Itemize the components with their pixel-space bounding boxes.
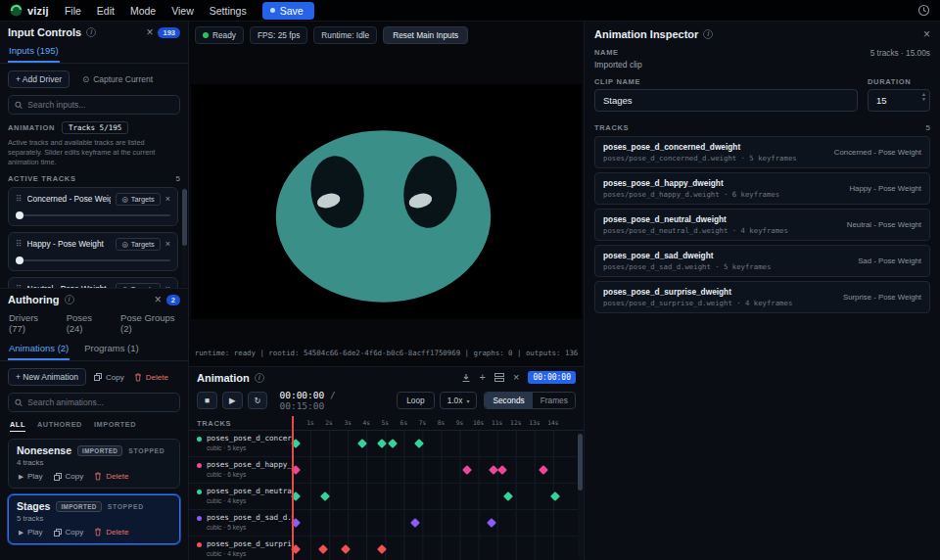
tab-animations[interactable]: Animations (2) (8, 339, 70, 360)
menu-settings[interactable]: Settings (210, 5, 247, 17)
play-button[interactable]: ▶Play (17, 471, 45, 482)
keyframe-diamond[interactable] (318, 544, 328, 554)
filter-authored[interactable]: AUTHORED (37, 420, 82, 432)
stop-button[interactable]: ■ (197, 392, 217, 409)
slider-track[interactable] (16, 259, 170, 261)
filter-all[interactable]: ALL (10, 420, 25, 432)
menu-view[interactable]: View (171, 5, 194, 17)
new-animation-button[interactable]: + New Animation (8, 368, 86, 386)
inputs-search[interactable] (8, 95, 180, 115)
pose-weight-slider[interactable] (16, 211, 170, 219)
keyframe-diamond[interactable] (462, 465, 472, 475)
layers-icon[interactable] (494, 373, 504, 382)
scrollbar[interactable] (578, 432, 583, 558)
track-lane[interactable] (292, 457, 572, 483)
save-button[interactable]: Save (262, 2, 314, 20)
inspector-track-row[interactable]: poses_pose_d_happy_dweight poses/pose_d_… (594, 172, 930, 205)
app-logo[interactable]: vizij (10, 4, 49, 17)
info-icon[interactable]: i (255, 373, 264, 383)
play-button[interactable]: ▶ (222, 392, 243, 409)
animations-search[interactable] (8, 393, 180, 412)
keyframe-diamond[interactable] (414, 439, 424, 448)
tab-programs[interactable]: Programs (1) (83, 339, 139, 360)
copy-animation-button[interactable]: Copy (92, 372, 126, 383)
loop-toggle-button[interactable]: ↻ (248, 392, 268, 409)
animations-search-input[interactable] (27, 397, 173, 407)
keyframe-diamond[interactable] (503, 491, 513, 501)
close-icon[interactable]: × (155, 295, 162, 304)
inputs-search-input[interactable] (27, 100, 173, 110)
keyframe-diamond[interactable] (539, 465, 548, 475)
scrollbar-thumb[interactable] (182, 189, 187, 247)
remove-track-icon[interactable]: × (165, 239, 170, 249)
filter-imported[interactable]: IMPORTED (94, 420, 136, 432)
export-icon[interactable] (461, 373, 471, 383)
tab-pose-groups[interactable]: Pose Groups (2) (119, 308, 180, 339)
scrollbar-thumb[interactable] (578, 434, 583, 490)
drag-handle-icon[interactable]: ⠿ (16, 239, 23, 249)
play-button[interactable]: ▶Play (17, 527, 45, 537)
pose-weight-slider[interactable] (16, 257, 170, 264)
close-icon[interactable]: × (513, 373, 519, 382)
info-icon[interactable]: i (65, 295, 74, 304)
remove-track-icon[interactable]: × (165, 194, 170, 204)
animation-item-nonesense[interactable]: Nonesense IMPORTED STOPPED 4 tracks ▶Pla… (8, 439, 180, 489)
inspector-track-row[interactable]: poses_pose_d_concerned_dweight poses/pos… (594, 136, 930, 168)
animation-item-stages[interactable]: Stages IMPORTED STOPPED 5 tracks ▶Play C… (8, 494, 180, 544)
keyframe-diamond[interactable] (341, 544, 351, 554)
track-lane[interactable] (292, 484, 572, 509)
unit-seconds-button[interactable]: Seconds (485, 393, 532, 408)
copy-button[interactable]: Copy (52, 471, 86, 482)
history-icon[interactable] (917, 4, 930, 17)
targets-button[interactable]: ◎Targets (116, 238, 160, 251)
reset-main-inputs-button[interactable]: Reset Main Inputs (383, 26, 468, 44)
playback-speed-select[interactable]: 1.0x ▾ (440, 392, 478, 409)
targets-button[interactable]: ◎Targets (116, 193, 160, 206)
copy-button[interactable]: Copy (52, 527, 86, 537)
delete-button[interactable]: Delete (92, 471, 130, 482)
delete-animation-button[interactable]: Delete (132, 372, 170, 383)
scrollbar[interactable] (182, 187, 187, 286)
track-lane[interactable] (292, 510, 572, 536)
remove-track-icon[interactable]: × (165, 284, 170, 288)
add-driver-button[interactable]: + Add Driver (8, 70, 70, 88)
track-lane[interactable] (292, 431, 572, 456)
playhead[interactable] (292, 416, 294, 560)
keyframe-diamond[interactable] (377, 439, 387, 448)
inspector-track-row[interactable]: poses_pose_d_neutral_dweight poses/pose_… (594, 209, 930, 241)
slider-track[interactable] (16, 214, 170, 216)
keyframe-diamond[interactable] (487, 518, 496, 528)
keyframe-diamond[interactable] (358, 439, 368, 448)
info-icon[interactable]: i (86, 27, 96, 37)
close-icon[interactable]: × (923, 29, 930, 39)
unit-frames-button[interactable]: Frames (533, 393, 576, 408)
duration-stepper[interactable]: ▲▼ (921, 92, 926, 102)
clip-name-input[interactable] (594, 89, 858, 112)
slider-thumb[interactable] (16, 211, 24, 219)
info-icon[interactable]: i (703, 29, 713, 39)
keyframe-diamond[interactable] (550, 491, 560, 501)
menu-mode[interactable]: Mode (130, 5, 156, 17)
tab-inputs[interactable]: Inputs (195) (8, 41, 60, 63)
keyframe-diamond[interactable] (388, 439, 398, 448)
delete-button[interactable]: Delete (92, 527, 130, 537)
timeline-ruler[interactable]: 1s2s3s4s5s6s7s8s9s10s11s12s13s14s (292, 416, 572, 430)
inspector-track-row[interactable]: poses_pose_d_sad_dweight poses/pose_d_sa… (594, 245, 930, 277)
tab-drivers[interactable]: Drivers (77) (8, 308, 52, 339)
tab-poses[interactable]: Poses (24) (66, 308, 106, 339)
targets-button[interactable]: ◎Targets (116, 283, 160, 288)
menu-edit[interactable]: Edit (97, 5, 115, 17)
menu-file[interactable]: File (65, 5, 81, 17)
keyframe-diamond[interactable] (320, 491, 330, 501)
stepper-down-icon[interactable]: ▼ (921, 97, 926, 102)
loop-mode-button[interactable]: Loop (397, 392, 434, 409)
keyframe-diamond[interactable] (377, 544, 387, 554)
keyframe-diamond[interactable] (410, 518, 420, 528)
capture-current-button[interactable]: ⊙ Capture Current (75, 71, 160, 87)
track-lane[interactable] (292, 537, 572, 560)
3d-viewport[interactable] (191, 84, 582, 319)
slider-thumb[interactable] (16, 257, 24, 264)
add-icon[interactable]: + (480, 373, 486, 382)
drag-handle-icon[interactable]: ⠿ (16, 194, 23, 204)
close-icon[interactable]: × (146, 27, 153, 37)
